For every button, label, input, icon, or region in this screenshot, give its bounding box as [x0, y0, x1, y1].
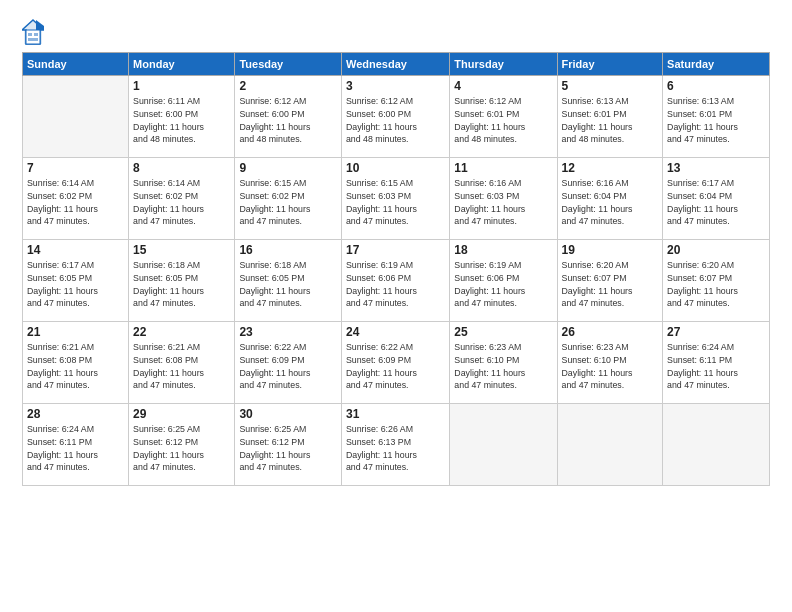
svg-rect-3	[26, 30, 40, 44]
calendar-cell	[557, 404, 663, 486]
calendar-cell: 4Sunrise: 6:12 AMSunset: 6:01 PMDaylight…	[450, 76, 557, 158]
day-number: 6	[667, 79, 765, 93]
cell-info: Sunrise: 6:26 AMSunset: 6:13 PMDaylight:…	[346, 423, 445, 474]
day-number: 20	[667, 243, 765, 257]
calendar-cell: 29Sunrise: 6:25 AMSunset: 6:12 PMDayligh…	[129, 404, 235, 486]
cell-info: Sunrise: 6:12 AMSunset: 6:01 PMDaylight:…	[454, 95, 552, 146]
cell-info: Sunrise: 6:22 AMSunset: 6:09 PMDaylight:…	[346, 341, 445, 392]
calendar-cell: 27Sunrise: 6:24 AMSunset: 6:11 PMDayligh…	[663, 322, 770, 404]
cell-info: Sunrise: 6:22 AMSunset: 6:09 PMDaylight:…	[239, 341, 337, 392]
svg-marker-2	[36, 20, 44, 30]
week-row-3: 21Sunrise: 6:21 AMSunset: 6:08 PMDayligh…	[23, 322, 770, 404]
day-number: 17	[346, 243, 445, 257]
cell-info: Sunrise: 6:25 AMSunset: 6:12 PMDaylight:…	[239, 423, 337, 474]
cell-info: Sunrise: 6:20 AMSunset: 6:07 PMDaylight:…	[562, 259, 659, 310]
day-number: 13	[667, 161, 765, 175]
cell-info: Sunrise: 6:19 AMSunset: 6:06 PMDaylight:…	[346, 259, 445, 310]
calendar-cell: 2Sunrise: 6:12 AMSunset: 6:00 PMDaylight…	[235, 76, 342, 158]
logo	[22, 18, 46, 46]
day-number: 14	[27, 243, 124, 257]
day-number: 24	[346, 325, 445, 339]
week-row-0: 1Sunrise: 6:11 AMSunset: 6:00 PMDaylight…	[23, 76, 770, 158]
cell-info: Sunrise: 6:14 AMSunset: 6:02 PMDaylight:…	[27, 177, 124, 228]
calendar-cell: 7Sunrise: 6:14 AMSunset: 6:02 PMDaylight…	[23, 158, 129, 240]
calendar-cell: 31Sunrise: 6:26 AMSunset: 6:13 PMDayligh…	[341, 404, 449, 486]
day-number: 27	[667, 325, 765, 339]
day-number: 22	[133, 325, 230, 339]
day-number: 29	[133, 407, 230, 421]
day-number: 26	[562, 325, 659, 339]
cell-info: Sunrise: 6:13 AMSunset: 6:01 PMDaylight:…	[667, 95, 765, 146]
cell-info: Sunrise: 6:16 AMSunset: 6:04 PMDaylight:…	[562, 177, 659, 228]
cell-info: Sunrise: 6:11 AMSunset: 6:00 PMDaylight:…	[133, 95, 230, 146]
cell-info: Sunrise: 6:15 AMSunset: 6:02 PMDaylight:…	[239, 177, 337, 228]
day-header-friday: Friday	[557, 53, 663, 76]
day-number: 1	[133, 79, 230, 93]
week-row-4: 28Sunrise: 6:24 AMSunset: 6:11 PMDayligh…	[23, 404, 770, 486]
calendar-cell: 24Sunrise: 6:22 AMSunset: 6:09 PMDayligh…	[341, 322, 449, 404]
day-number: 3	[346, 79, 445, 93]
day-number: 21	[27, 325, 124, 339]
svg-rect-4	[28, 33, 32, 36]
page: SundayMondayTuesdayWednesdayThursdayFrid…	[0, 0, 792, 612]
calendar-cell	[450, 404, 557, 486]
day-number: 16	[239, 243, 337, 257]
day-number: 5	[562, 79, 659, 93]
calendar-header-row: SundayMondayTuesdayWednesdayThursdayFrid…	[23, 53, 770, 76]
cell-info: Sunrise: 6:23 AMSunset: 6:10 PMDaylight:…	[562, 341, 659, 392]
svg-rect-6	[28, 38, 38, 41]
calendar-cell: 14Sunrise: 6:17 AMSunset: 6:05 PMDayligh…	[23, 240, 129, 322]
calendar-cell: 10Sunrise: 6:15 AMSunset: 6:03 PMDayligh…	[341, 158, 449, 240]
calendar-cell: 1Sunrise: 6:11 AMSunset: 6:00 PMDaylight…	[129, 76, 235, 158]
calendar-cell: 20Sunrise: 6:20 AMSunset: 6:07 PMDayligh…	[663, 240, 770, 322]
svg-rect-5	[34, 33, 38, 36]
day-header-thursday: Thursday	[450, 53, 557, 76]
day-header-tuesday: Tuesday	[235, 53, 342, 76]
day-number: 4	[454, 79, 552, 93]
calendar-cell: 22Sunrise: 6:21 AMSunset: 6:08 PMDayligh…	[129, 322, 235, 404]
cell-info: Sunrise: 6:21 AMSunset: 6:08 PMDaylight:…	[27, 341, 124, 392]
cell-info: Sunrise: 6:23 AMSunset: 6:10 PMDaylight:…	[454, 341, 552, 392]
day-number: 10	[346, 161, 445, 175]
cell-info: Sunrise: 6:24 AMSunset: 6:11 PMDaylight:…	[667, 341, 765, 392]
calendar-cell: 15Sunrise: 6:18 AMSunset: 6:05 PMDayligh…	[129, 240, 235, 322]
calendar-cell: 21Sunrise: 6:21 AMSunset: 6:08 PMDayligh…	[23, 322, 129, 404]
logo-icon	[22, 18, 44, 46]
calendar-cell: 8Sunrise: 6:14 AMSunset: 6:02 PMDaylight…	[129, 158, 235, 240]
calendar-cell: 26Sunrise: 6:23 AMSunset: 6:10 PMDayligh…	[557, 322, 663, 404]
day-number: 18	[454, 243, 552, 257]
day-number: 31	[346, 407, 445, 421]
calendar-cell: 9Sunrise: 6:15 AMSunset: 6:02 PMDaylight…	[235, 158, 342, 240]
calendar-cell: 18Sunrise: 6:19 AMSunset: 6:06 PMDayligh…	[450, 240, 557, 322]
calendar-cell: 17Sunrise: 6:19 AMSunset: 6:06 PMDayligh…	[341, 240, 449, 322]
cell-info: Sunrise: 6:19 AMSunset: 6:06 PMDaylight:…	[454, 259, 552, 310]
day-number: 2	[239, 79, 337, 93]
calendar-cell: 11Sunrise: 6:16 AMSunset: 6:03 PMDayligh…	[450, 158, 557, 240]
day-header-wednesday: Wednesday	[341, 53, 449, 76]
cell-info: Sunrise: 6:12 AMSunset: 6:00 PMDaylight:…	[239, 95, 337, 146]
cell-info: Sunrise: 6:12 AMSunset: 6:00 PMDaylight:…	[346, 95, 445, 146]
cell-info: Sunrise: 6:17 AMSunset: 6:04 PMDaylight:…	[667, 177, 765, 228]
calendar-cell: 25Sunrise: 6:23 AMSunset: 6:10 PMDayligh…	[450, 322, 557, 404]
calendar-cell: 3Sunrise: 6:12 AMSunset: 6:00 PMDaylight…	[341, 76, 449, 158]
calendar-cell	[663, 404, 770, 486]
cell-info: Sunrise: 6:25 AMSunset: 6:12 PMDaylight:…	[133, 423, 230, 474]
day-number: 9	[239, 161, 337, 175]
calendar-cell: 13Sunrise: 6:17 AMSunset: 6:04 PMDayligh…	[663, 158, 770, 240]
calendar-cell: 12Sunrise: 6:16 AMSunset: 6:04 PMDayligh…	[557, 158, 663, 240]
cell-info: Sunrise: 6:14 AMSunset: 6:02 PMDaylight:…	[133, 177, 230, 228]
week-row-1: 7Sunrise: 6:14 AMSunset: 6:02 PMDaylight…	[23, 158, 770, 240]
cell-info: Sunrise: 6:20 AMSunset: 6:07 PMDaylight:…	[667, 259, 765, 310]
cell-info: Sunrise: 6:17 AMSunset: 6:05 PMDaylight:…	[27, 259, 124, 310]
calendar-table: SundayMondayTuesdayWednesdayThursdayFrid…	[22, 52, 770, 486]
cell-info: Sunrise: 6:24 AMSunset: 6:11 PMDaylight:…	[27, 423, 124, 474]
day-header-saturday: Saturday	[663, 53, 770, 76]
cell-info: Sunrise: 6:18 AMSunset: 6:05 PMDaylight:…	[133, 259, 230, 310]
calendar-cell: 28Sunrise: 6:24 AMSunset: 6:11 PMDayligh…	[23, 404, 129, 486]
day-number: 11	[454, 161, 552, 175]
week-row-2: 14Sunrise: 6:17 AMSunset: 6:05 PMDayligh…	[23, 240, 770, 322]
day-number: 19	[562, 243, 659, 257]
day-number: 7	[27, 161, 124, 175]
day-number: 15	[133, 243, 230, 257]
day-number: 25	[454, 325, 552, 339]
